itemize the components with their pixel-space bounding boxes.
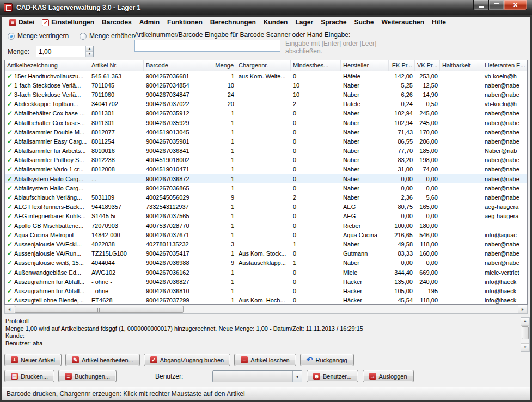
scroll-right-icon[interactable]: ► (518, 305, 527, 313)
table-cell: 10 (291, 90, 341, 99)
menu-item-lager[interactable]: Lager (291, 17, 317, 28)
scroll-up-icon[interactable]: ▲ (521, 318, 529, 326)
table-cell (236, 221, 291, 230)
table-row[interactable]: ✓Abfallsammler für Arbeits...80100169004… (5, 146, 527, 156)
artikel-löschen-button[interactable]: −Artikel löschen (234, 354, 296, 366)
menu-item-einstellungen[interactable]: ✓Einstellungen (38, 17, 98, 28)
menu-item-hilfe[interactable]: Hilfe (428, 17, 450, 28)
table-row[interactable]: ✓3-fach Steckdose Verlä...70110609004267… (5, 90, 527, 99)
menu-item-kunden[interactable]: Kunden (260, 17, 292, 28)
barcode-scanner-input[interactable] (134, 40, 280, 52)
minimize-button[interactable] (473, 0, 489, 10)
table-row[interactable]: ✓Aussenjalousie VA/Ecki...40220384027801… (5, 239, 527, 249)
column-header-mindestbes[interactable]: Mindestbes... (291, 60, 341, 71)
table-cell: 5031109 (89, 193, 144, 202)
table-row[interactable]: ✓Ablaufschlauch Verläng...50311094002545… (5, 193, 527, 202)
column-header-artikelbezeichnung[interactable]: Artikelbezeichnung (5, 60, 89, 71)
table-row[interactable]: ✓Auszugrahmen für Abfall...- ohne -90042… (5, 286, 527, 295)
table-row[interactable]: ✓Auszugteil ohne Blende,...ET46289004267… (5, 296, 527, 305)
close-button[interactable]: × (504, 0, 527, 10)
quantity-stepper[interactable]: ▲ ▼ (36, 46, 94, 57)
column-header-vk-pr[interactable]: VK Pr... (415, 60, 440, 71)
radio-menge-erhoehen[interactable]: Menge erhöhen (80, 32, 135, 40)
column-header-lieferanten-e[interactable]: Lieferanten E... (482, 60, 528, 71)
radio-button-icon[interactable] (80, 33, 87, 40)
table-cell: ✓Aussenjalousie VA/Ecki... (5, 239, 89, 249)
table-cell (236, 174, 291, 183)
status-bar: Barcode drucken, Chargennr erzeugen: Kli… (2, 387, 530, 400)
chevron-down-icon[interactable]: ▼ (292, 371, 302, 382)
rückgängig-button[interactable]: ↶Rückgängig (300, 354, 354, 366)
menu-item-barcodes[interactable]: Barcodes (98, 17, 136, 28)
table-cell: info@haeck (482, 296, 528, 305)
menu-item-funktionen[interactable]: Funktionen (163, 17, 206, 28)
table-row[interactable]: ✓AEG integrierbarer Kühls...S1445-5i9004… (5, 212, 527, 221)
spin-down-icon[interactable]: ▼ (86, 52, 93, 57)
table-row[interactable]: ✓Abdeckkappe Topfban...34041702900426703… (5, 100, 527, 109)
column-header-ek-pr[interactable]: EK Pr... (389, 60, 415, 71)
radio-menge-verringern[interactable]: Menge verringern (8, 32, 69, 40)
app-window: CAD-KAS Lagerverwaltung 3.0 - Lager 1 × … (0, 0, 532, 402)
buchungen-button[interactable]: ≡Buchungen... (58, 370, 117, 382)
table-row[interactable]: ✓Abfallsammler Vario 1 cr...801200840045… (5, 165, 527, 174)
table-row[interactable]: ✓AEG FlexiRunners-Back...944189357733254… (5, 202, 527, 212)
table-row[interactable]: ✓Apollo GB Mischbatterie...7207090340075… (5, 221, 527, 230)
table-row[interactable]: ✓Abfallsystem Hailo-Carg...9004267036865… (5, 183, 527, 193)
table-row[interactable]: ✓1-fach Steckdose Verlä...70110459004267… (5, 81, 527, 90)
table-cell (236, 193, 291, 202)
table-row[interactable]: ✓Außenwandgebläse Ed...AWG10290042670361… (5, 268, 527, 277)
menu-item-suche[interactable]: Suche (350, 17, 377, 28)
table-row[interactable]: ✓Abfallsammler Pullboy S...8012238400451… (5, 156, 527, 165)
menu-item-weitersuchen[interactable]: Weitersuchen (378, 17, 428, 28)
table-row[interactable]: ✓Aussenjalousie weiß, 15...4044044900426… (5, 258, 527, 268)
ausloggen-button[interactable]: →Ausloggen (363, 370, 414, 382)
drucken-button[interactable]: ▤Drucken... (4, 370, 54, 382)
horizontal-scrollbar[interactable]: ◄ ► (4, 305, 528, 314)
table-row[interactable]: ✓Abfallsystem Hailo-Carg......9004267036… (5, 174, 527, 183)
maximize-button[interactable] (488, 0, 504, 10)
menu-item-admin[interactable]: Admin (136, 17, 163, 28)
benutzer-dropdown[interactable]: ▼ (212, 370, 302, 382)
table-row[interactable]: ✓Auszugrahmen für Abfall...- ohne -90042… (5, 277, 527, 286)
menge-input[interactable] (36, 46, 85, 57)
radio-button-icon[interactable] (8, 33, 15, 40)
table-cell: 170,00 (415, 127, 440, 137)
table-row[interactable]: ✓Abfallsammler Double M...80120774004519… (5, 127, 527, 137)
table-row[interactable]: ✓15er Handtuchvollauszu...545.61.3639004… (5, 71, 527, 81)
scroll-left-icon[interactable]: ◄ (5, 305, 14, 313)
plus-icon: + (11, 356, 18, 363)
table-cell: ✓Abdeckkappe Topfban... (5, 100, 89, 109)
table-cell: naber@nabe (482, 249, 528, 258)
table-row[interactable]: ✓Aqua Cucina Metropol14842-0009004267037… (5, 230, 527, 239)
neuer-artikel-button[interactable]: +Neuer Artikel (4, 354, 62, 366)
title-bar[interactable]: CAD-KAS Lagerverwaltung 3.0 - Lager 1 × (0, 0, 532, 15)
table-row[interactable]: ✓Abfallbehälter Cox base-...801130190042… (5, 118, 527, 127)
artikel-bearbeiten-button[interactable]: ✎Artikel bearbeiten... (65, 354, 140, 366)
undo-icon: ↶ (307, 356, 313, 363)
spin-up-icon[interactable]: ▲ (86, 46, 93, 52)
menu-item-sprache[interactable]: Sprache (317, 17, 350, 28)
vertical-scroll-thumb[interactable] (522, 326, 529, 339)
table-row[interactable]: ✓Abfallsammler Easy Carg...8011254900426… (5, 137, 527, 146)
table-cell: Häcker (341, 296, 389, 305)
column-header-hersteller[interactable]: Hersteller (341, 60, 389, 71)
scroll-down-icon[interactable]: ▼ (521, 343, 529, 351)
table-cell: 9004267037022 (144, 100, 210, 109)
menu-item-berechnungen[interactable]: Berechnungen (206, 17, 260, 28)
horizontal-scroll-thumb[interactable] (15, 306, 184, 313)
benutzer-button[interactable]: ☻Benutzer... (307, 370, 358, 382)
scanner-hint-line2: abschließen. (285, 47, 389, 55)
column-header-barcode[interactable]: Barcode (144, 60, 210, 71)
table-cell (440, 277, 482, 286)
vertical-scrollbar[interactable]: ▲ ▼ (521, 317, 530, 352)
abgang-zugang-buchen-button[interactable]: ✓Abgang/Zugang buchen (144, 354, 230, 366)
menge-row: Menge: ▲ ▼ (8, 46, 94, 57)
table-row[interactable]: ✓Abfallbehälter Cox base-...801130190042… (5, 109, 527, 118)
column-header-haltbarkeit[interactable]: Haltbarkeit (440, 60, 482, 71)
menu-item-datei[interactable]: ≡Datei (5, 17, 38, 28)
column-header-menge[interactable]: Menge (210, 60, 236, 71)
column-header-chargennr[interactable]: Chargennr. (236, 60, 291, 71)
column-header-artikel-nr[interactable]: Artikel Nr. (89, 60, 144, 71)
table-cell: 546,00 (415, 230, 440, 239)
table-row[interactable]: ✓Aussenjalousie VA/Run...TZ215LG18090042… (5, 249, 527, 258)
